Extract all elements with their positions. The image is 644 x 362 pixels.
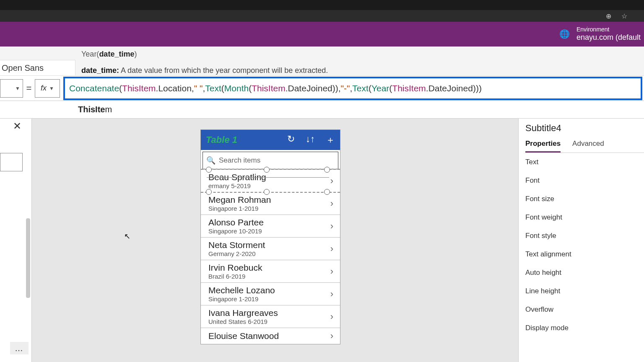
item-subtitle: United States 6-2019 <box>208 318 330 325</box>
intellisense-suggest[interactable]: ThisItem <box>0 101 644 119</box>
environment-block[interactable]: 🌐 Environment enayu.com (default <box>559 26 641 42</box>
environment-label: Environment <box>576 26 641 33</box>
prop-font[interactable]: Font <box>525 171 644 190</box>
function-help: date_time: A date value from which the y… <box>81 66 638 75</box>
prop-font-weight[interactable]: Font weight <box>525 208 644 227</box>
item-subtitle: Germany 2-2020 <box>208 250 330 257</box>
tab-advanced[interactable]: Advanced <box>572 140 604 153</box>
gallery-control[interactable]: Table 1 ↻ ↓↑ ＋ 🔍 Search items Beau Sprat… <box>200 129 340 344</box>
prop-overflow[interactable]: Overflow <box>525 300 644 319</box>
prop-auto-height[interactable]: Auto height <box>525 264 644 282</box>
star-icon[interactable]: ☆ <box>621 12 627 20</box>
tree-panel: ✕ … <box>0 119 32 362</box>
item-subtitle: Singapore 1-2019 <box>208 295 330 303</box>
chevron-right-icon[interactable]: › <box>330 266 333 277</box>
properties-panel: Subtitle4 Properties Advanced Text Font … <box>518 119 644 362</box>
formula-bar: ▼ = fx ▼ Concatenate(ThisItem.Location, … <box>0 76 644 101</box>
selected-control-name: Subtitle4 <box>525 123 644 134</box>
gallery-header: Table 1 ↻ ↓↑ ＋ <box>201 130 340 150</box>
chevron-right-icon[interactable]: › <box>330 331 333 341</box>
prop-text[interactable]: Text <box>525 153 644 171</box>
list-item[interactable]: Ivana HargreavesUnited States 6-2019 › <box>201 305 340 328</box>
scrollbar[interactable] <box>26 218 30 298</box>
gallery-search[interactable]: 🔍 Search items <box>203 152 338 169</box>
search-placeholder: Search items <box>219 156 260 165</box>
browser-tabs-bar <box>0 0 644 10</box>
zoom-icon[interactable]: ⊕ <box>606 12 611 20</box>
globe-icon: 🌐 <box>559 29 570 39</box>
workspace: ✕ … ↖ Table 1 ↻ ↓↑ ＋ 🔍 Search items <box>0 119 644 362</box>
item-title: Alonso Partee <box>208 217 330 228</box>
search-box[interactable] <box>0 153 23 171</box>
props-tabs: Properties Advanced <box>525 140 644 153</box>
list-item[interactable]: Neta StormentGermany 2-2020 › <box>201 238 340 260</box>
browser-toolbar: ⊕ ☆ <box>0 10 644 22</box>
cursor-icon: ↖ <box>124 232 130 241</box>
sort-icon[interactable]: ↓↑ <box>306 134 315 146</box>
ribbon: Open Sans Year(date_time) date_time: A d… <box>0 47 644 76</box>
list-item[interactable]: Elouise Stanwood › <box>201 328 340 344</box>
list-item[interactable]: Megan RohmanSingapore 1-2019 › <box>201 192 340 215</box>
fx-label: fx <box>41 84 47 93</box>
font-selector[interactable]: Open Sans <box>0 60 75 75</box>
chevron-right-icon[interactable]: › <box>330 221 333 232</box>
more-button[interactable]: … <box>10 342 29 354</box>
item-title: Neta Storment <box>208 240 330 250</box>
prop-text-align[interactable]: Text alignment <box>525 245 644 264</box>
item-subtitle: Brazil 6-2019 <box>208 273 330 280</box>
item-title: Megan Rohman <box>208 195 330 205</box>
chevron-right-icon[interactable]: › <box>330 198 333 209</box>
item-subtitle: Singapore 1-2019 <box>208 205 330 212</box>
canvas[interactable]: ↖ Table 1 ↻ ↓↑ ＋ 🔍 Search items Beau Spr… <box>32 119 518 362</box>
chevron-right-icon[interactable]: › <box>330 243 333 254</box>
list-item[interactable]: Beau Spratling ermany 5-2019 › <box>201 169 340 193</box>
fx-button[interactable]: fx ▼ <box>35 79 60 98</box>
app-header: 🌐 Environment enayu.com (default <box>0 22 644 47</box>
add-icon[interactable]: ＋ <box>326 134 335 146</box>
chevron-down-icon: ▼ <box>15 85 20 91</box>
item-subtitle: Singapore 10-2019 <box>208 228 330 235</box>
list-item[interactable]: Irvin RoebuckBrazil 6-2019 › <box>201 260 340 283</box>
prop-line-height[interactable]: Line height <box>525 282 644 300</box>
item-title: Elouise Stanwood <box>208 331 330 341</box>
function-signature: Year(date_time) <box>81 50 638 59</box>
environment-value: enayu.com (default <box>576 33 641 42</box>
equals-sign: = <box>23 83 35 94</box>
item-title: Ivana Hargreaves <box>208 308 330 318</box>
chevron-right-icon[interactable]: › <box>330 311 333 322</box>
prop-display-mode[interactable]: Display mode <box>525 319 644 337</box>
gallery-title: Table 1 <box>206 134 287 145</box>
list-item[interactable]: Mechelle LozanoSingapore 1-2019 › <box>201 283 340 305</box>
formula-input[interactable]: Concatenate(ThisItem.Location, " ", Text… <box>63 77 642 100</box>
search-icon: 🔍 <box>206 156 216 165</box>
property-dropdown[interactable]: ▼ <box>0 79 23 98</box>
item-title: Mechelle Lozano <box>208 285 330 295</box>
tab-properties[interactable]: Properties <box>525 140 561 153</box>
chevron-down-icon: ▼ <box>49 85 54 91</box>
prop-font-style[interactable]: Font style <box>525 227 644 245</box>
close-icon[interactable]: ✕ <box>13 120 21 132</box>
chevron-right-icon[interactable]: › <box>330 176 333 186</box>
item-subtitle: ermany 5-2019 <box>208 182 330 189</box>
item-title: Irvin Roebuck <box>208 263 330 273</box>
refresh-icon[interactable]: ↻ <box>287 134 295 146</box>
prop-font-size[interactable]: Font size <box>525 190 644 208</box>
list-item[interactable]: Alonso ParteeSingapore 10-2019 › <box>201 215 340 238</box>
chevron-right-icon[interactable]: › <box>330 289 333 300</box>
